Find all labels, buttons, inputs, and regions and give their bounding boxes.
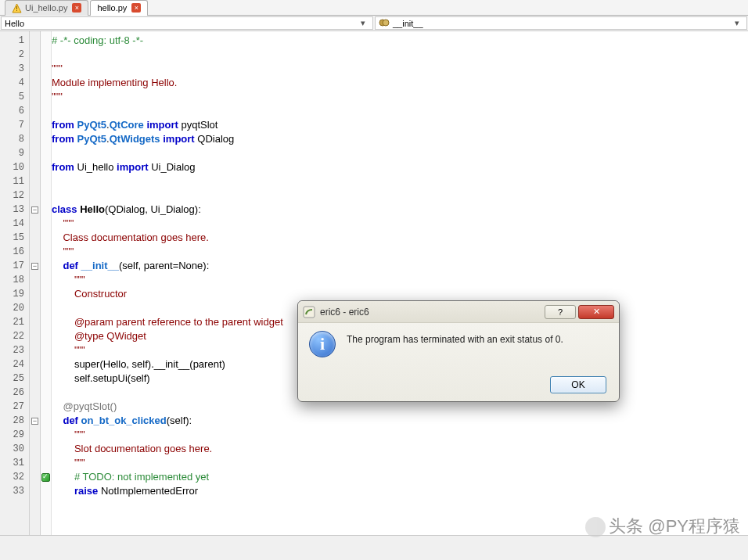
- fold-cell: [30, 315, 40, 329]
- fold-cell: [30, 287, 40, 301]
- code-line[interactable]: [52, 174, 748, 188]
- class-selector-value: Hello: [5, 19, 24, 28]
- fold-cell[interactable]: −: [30, 414, 40, 428]
- code-line[interactable]: Constructor: [52, 287, 748, 301]
- marker-cell: [41, 160, 51, 174]
- marker-cell: [41, 118, 51, 132]
- code-line[interactable]: class Hello(QDialog, Ui_Dialog):: [52, 203, 748, 217]
- fold-cell: [30, 104, 40, 118]
- code-line[interactable]: Class documentation goes here.: [52, 231, 748, 245]
- fold-cell: [30, 34, 40, 48]
- line-number: 17: [0, 259, 29, 273]
- fold-cell: [30, 48, 40, 62]
- fold-cell[interactable]: −: [30, 259, 40, 273]
- fold-toggle[interactable]: −: [31, 263, 38, 270]
- code-line[interactable]: """: [52, 428, 748, 442]
- app-icon: [303, 306, 315, 318]
- code-line[interactable]: def __init__(self, parent=None):: [52, 259, 748, 273]
- tab-ui-hello[interactable]: Ui_hello.py ×: [5, 0, 88, 16]
- avatar-icon: [585, 517, 606, 537]
- fold-cell: [30, 442, 40, 456]
- marker-cell: [41, 273, 51, 287]
- fold-cell: [30, 357, 40, 372]
- code-line[interactable]: """: [52, 62, 748, 76]
- code-line[interactable]: [52, 188, 748, 203]
- code-line[interactable]: Slot documentation goes here.: [52, 442, 748, 456]
- code-line[interactable]: Module implementing Hello.: [52, 76, 748, 90]
- marker-column: [41, 31, 52, 547]
- fold-cell: [30, 188, 40, 203]
- code-line[interactable]: """: [52, 217, 748, 231]
- code-editor[interactable]: 1234567891011121314151617181920212223242…: [0, 31, 748, 547]
- marker-cell: [41, 357, 51, 372]
- bookmark-icon: [41, 473, 50, 482]
- marker-cell: [41, 217, 51, 231]
- tab-label: hello.py: [97, 3, 127, 13]
- chevron-down-icon[interactable]: ▾: [357, 18, 369, 28]
- line-number: 9: [0, 146, 29, 160]
- line-number: 27: [0, 400, 29, 414]
- marker-cell: [41, 414, 51, 428]
- code-line[interactable]: from PyQt5.QtWidgets import QDialog: [52, 132, 748, 146]
- code-line[interactable]: [52, 48, 748, 62]
- fold-cell: [30, 484, 40, 498]
- svg-point-4: [383, 20, 389, 26]
- line-number: 2: [0, 48, 29, 62]
- tab-hello[interactable]: hello.py ×: [90, 0, 148, 16]
- message-dialog: eric6 - eric6 ? ✕ i The program has term…: [297, 300, 620, 402]
- fold-cell: [30, 217, 40, 231]
- line-number: 31: [0, 456, 29, 470]
- dialog-title: eric6 - eric6: [320, 307, 369, 318]
- marker-cell: [41, 34, 51, 48]
- fold-cell[interactable]: −: [30, 203, 40, 217]
- code-content[interactable]: # -*- coding: utf-8 -*-"""Module impleme…: [52, 31, 748, 547]
- line-number: 14: [0, 217, 29, 231]
- fold-toggle[interactable]: −: [31, 206, 38, 214]
- close-button[interactable]: ✕: [578, 305, 614, 319]
- line-number: 28: [0, 414, 29, 428]
- code-line[interactable]: """: [52, 456, 748, 470]
- close-icon[interactable]: ×: [72, 3, 81, 13]
- marker-cell: [41, 301, 51, 315]
- marker-cell: [41, 442, 51, 456]
- marker-cell: [41, 470, 51, 484]
- marker-cell: [41, 146, 51, 160]
- info-icon: i: [309, 331, 336, 357]
- marker-cell: [41, 90, 51, 104]
- marker-cell: [41, 231, 51, 245]
- marker-cell: [41, 259, 51, 273]
- dialog-titlebar[interactable]: eric6 - eric6 ? ✕: [298, 301, 619, 323]
- fold-cell: [30, 118, 40, 132]
- fold-cell: [30, 62, 40, 76]
- code-line[interactable]: """: [52, 245, 748, 259]
- fold-toggle[interactable]: −: [31, 418, 38, 425]
- watermark: 头条 @PY程序猿: [585, 515, 740, 538]
- code-line[interactable]: """: [52, 90, 748, 104]
- line-number: 10: [0, 160, 29, 174]
- chevron-down-icon[interactable]: ▾: [731, 18, 743, 28]
- line-number: 15: [0, 231, 29, 245]
- code-line[interactable]: raise NotImplementedError: [52, 484, 748, 498]
- warning-icon: [12, 3, 22, 13]
- member-selector[interactable]: __init__ ▾: [375, 16, 747, 30]
- line-number: 4: [0, 76, 29, 90]
- close-icon[interactable]: ×: [131, 3, 141, 13]
- help-button[interactable]: ?: [545, 305, 576, 319]
- tab-label: Ui_hello.py: [25, 3, 67, 13]
- code-line[interactable]: from Ui_hello import Ui_Dialog: [52, 160, 748, 174]
- code-line[interactable]: [52, 104, 748, 118]
- line-number: 29: [0, 428, 29, 442]
- code-line[interactable]: # TODO: not implemented yet: [52, 470, 748, 484]
- code-line[interactable]: from PyQt5.QtCore import pyqtSlot: [52, 118, 748, 132]
- line-number: 21: [0, 315, 29, 329]
- marker-cell: [41, 188, 51, 203]
- class-selector[interactable]: Hello ▾: [1, 16, 373, 30]
- line-number: 33: [0, 484, 29, 498]
- code-line[interactable]: [52, 146, 748, 160]
- code-line[interactable]: # -*- coding: utf-8 -*-: [52, 34, 748, 48]
- line-number: 3: [0, 62, 29, 76]
- svg-rect-5: [304, 307, 315, 318]
- code-line[interactable]: def on_bt_ok_clicked(self):: [52, 414, 748, 428]
- code-line[interactable]: """: [52, 273, 748, 287]
- ok-button[interactable]: OK: [550, 376, 606, 393]
